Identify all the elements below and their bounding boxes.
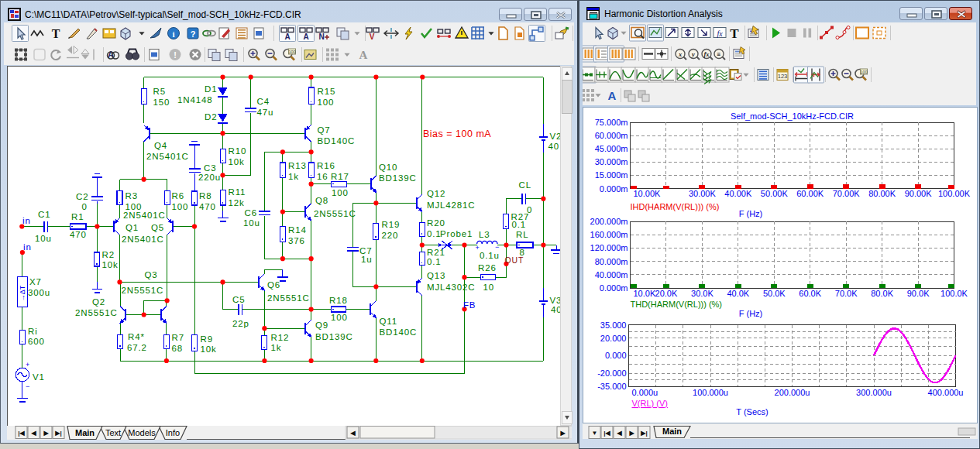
svg-text:V3: V3	[550, 296, 561, 305]
svg-text:100: 100	[332, 188, 349, 197]
svg-text:|◀: |◀	[603, 430, 610, 437]
svg-text:50.00K: 50.00K	[761, 189, 789, 198]
svg-text:100.00K: 100.00K	[938, 189, 971, 198]
svg-text:fx: fx	[703, 50, 710, 58]
svg-text:D1: D1	[205, 84, 217, 94]
svg-text:-35.000: -35.000	[597, 382, 626, 391]
svg-text:C2: C2	[76, 192, 88, 201]
svg-text:▶: ▶	[628, 430, 634, 437]
svg-text:22p: 22p	[232, 319, 249, 328]
svg-text:70.0K: 70.0K	[835, 289, 858, 298]
svg-text:BD140C: BD140C	[380, 327, 418, 337]
svg-text:CL: CL	[519, 180, 531, 190]
svg-text:X7: X7	[29, 277, 42, 286]
svg-text:R6: R6	[172, 191, 184, 201]
svg-text:BD139C: BD139C	[379, 173, 417, 183]
svg-text:75.000m: 75.000m	[595, 118, 628, 127]
svg-text:2N5401C: 2N5401C	[123, 211, 166, 220]
svg-text:fx: fx	[717, 29, 723, 38]
svg-text:F (Hz): F (Hz)	[739, 309, 763, 318]
svg-text:−: −	[495, 243, 499, 251]
svg-text:0: 0	[527, 205, 532, 214]
svg-text:60.00K: 60.00K	[796, 189, 824, 198]
svg-text:-20.000: -20.000	[597, 368, 626, 378]
svg-text:R4*: R4*	[128, 332, 145, 341]
svg-text:50.0K: 50.0K	[763, 289, 786, 298]
svg-text:BD140C: BD140C	[318, 136, 356, 146]
svg-text:12k: 12k	[229, 198, 245, 207]
svg-text:220: 220	[382, 231, 399, 240]
svg-text:Q5: Q5	[151, 223, 164, 232]
svg-text:R15: R15	[318, 87, 336, 96]
svg-text:C5: C5	[232, 295, 245, 304]
svg-text:▶|: ▶|	[640, 430, 647, 437]
svg-text:R5: R5	[153, 87, 166, 96]
svg-text:C4: C4	[257, 97, 270, 106]
svg-text:BD139C: BD139C	[315, 332, 353, 341]
svg-text:!: !	[174, 50, 177, 60]
svg-text:R7: R7	[172, 333, 184, 342]
svg-text:R12: R12	[271, 333, 290, 342]
svg-text:70.00K: 70.00K	[833, 189, 861, 198]
svg-text:Text: Text	[105, 428, 121, 437]
svg-text:C6: C6	[245, 208, 257, 218]
svg-text:15.000m: 15.000m	[595, 170, 628, 180]
svg-text:in: in	[23, 242, 32, 252]
svg-text:45.000m: 45.000m	[595, 144, 628, 153]
svg-text:123: 123	[778, 73, 788, 80]
svg-text:35.000: 35.000	[600, 320, 627, 330]
svg-text:y: y	[691, 50, 695, 58]
svg-text:2N5551C: 2N5551C	[122, 286, 164, 295]
svg-text:R17: R17	[331, 172, 349, 181]
svg-text:▶: ▶	[559, 430, 566, 437]
svg-text:T: T	[730, 26, 739, 41]
svg-text:R18: R18	[329, 296, 348, 305]
svg-text:0.1: 0.1	[512, 220, 527, 229]
svg-text:◀: ◀	[349, 430, 356, 437]
svg-text:2N5401C: 2N5401C	[146, 152, 189, 161]
svg-text:Q3: Q3	[145, 270, 158, 279]
svg-text:IHD(HARM(V(RL))) (%): IHD(HARM(V(RL))) (%)	[631, 202, 720, 211]
svg-text:−: −	[26, 382, 29, 390]
svg-text:200.000u: 200.000u	[775, 388, 810, 397]
svg-text:40.00K: 40.00K	[724, 189, 752, 198]
svg-text:160.000m: 160.000m	[590, 230, 628, 239]
svg-text:≡: ≡	[717, 50, 721, 58]
svg-text:A: A	[359, 49, 368, 61]
svg-text:R16: R16	[317, 161, 335, 170]
svg-text:40.0K: 40.0K	[727, 289, 749, 298]
svg-text:30.00K: 30.00K	[689, 189, 717, 198]
svg-text:Q6: Q6	[267, 280, 280, 290]
svg-text:i: i	[172, 29, 174, 39]
svg-text:47u: 47u	[257, 108, 274, 117]
svg-text:220u: 220u	[198, 173, 221, 182]
svg-text:R26: R26	[478, 263, 497, 272]
svg-text:80.0K: 80.0K	[871, 289, 893, 298]
svg-text:150: 150	[153, 98, 170, 107]
svg-text:1k: 1k	[271, 343, 282, 352]
svg-text:40.000m: 40.000m	[595, 270, 628, 279]
svg-text:0.1: 0.1	[427, 229, 442, 238]
svg-text:10u: 10u	[35, 234, 52, 243]
svg-text:▶|: ▶|	[54, 430, 61, 437]
svg-text:10.00K: 10.00K	[634, 189, 662, 198]
svg-text:100: 100	[860, 70, 867, 74]
svg-text:A: A	[608, 89, 617, 102]
svg-text:1k: 1k	[288, 172, 299, 181]
svg-text:◀: ◀	[616, 430, 622, 437]
svg-text:40: 40	[551, 305, 560, 314]
svg-text:▼: ▼	[592, 430, 598, 437]
svg-text:Main: Main	[662, 427, 682, 436]
svg-text:V1: V1	[33, 372, 45, 382]
svg-text:+: +	[476, 244, 480, 252]
svg-text:in: in	[22, 216, 31, 225]
svg-text:100: 100	[288, 50, 295, 54]
svg-text:100.0K: 100.0K	[940, 289, 968, 298]
svg-text:2N5551C: 2N5551C	[314, 209, 356, 218]
svg-text:67.2: 67.2	[127, 343, 147, 352]
svg-text:Q4: Q4	[154, 141, 167, 150]
svg-text:1u: 1u	[361, 255, 373, 264]
svg-text:600: 600	[28, 337, 45, 346]
svg-text:T (Secs): T (Secs)	[736, 407, 768, 416]
svg-text:80.000m: 80.000m	[595, 257, 628, 266]
